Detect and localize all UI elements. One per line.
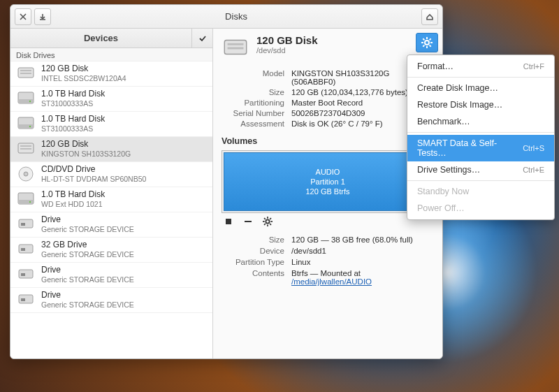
volume-options-button[interactable] [262, 216, 273, 227]
volumes-label: Volumes [222, 136, 434, 146]
menu-restore-disk-image[interactable]: Restore Disk Image… [407, 96, 554, 113]
volume-toolbar [222, 213, 434, 230]
sidebar-item[interactable]: 1.0 TB Hard DiskWD Ext HDD 1021 [10, 187, 212, 212]
menu-drive-settings[interactable]: Drive Settings… Ctrl+E [407, 161, 554, 178]
sidebar-item-title: 120 GB Disk [41, 64, 126, 74]
vol-device-label: Device [222, 247, 291, 255]
menu-create-disk-image[interactable]: Create Disk Image… [407, 80, 554, 96]
menu-separator [407, 180, 554, 181]
sidebar-item-title: Drive [41, 266, 134, 275]
sidebar-toggle-button[interactable] [191, 29, 212, 48]
ssd-icon [16, 139, 36, 159]
sidebar-item-title: 32 GB Drive [41, 240, 134, 250]
sidebar-item[interactable]: 1.0 TB Hard DiskST31000333AS [10, 87, 212, 112]
vol-contents-label: Contents [222, 269, 291, 286]
menu-separator [407, 132, 554, 133]
menu-separator [407, 77, 554, 78]
size-label: Size [222, 88, 291, 96]
volume-name: AUDIO [316, 167, 340, 177]
vol-size-label: Size [222, 235, 291, 244]
sidebar-item-title: Drive [41, 291, 134, 300]
disk-icon [222, 34, 249, 62]
svg-rect-26 [245, 221, 252, 222]
usb-icon [16, 215, 36, 234]
optical-icon [16, 164, 36, 184]
model-label: Model [222, 69, 291, 86]
unmount-button[interactable] [223, 216, 234, 227]
sidebar-item[interactable]: CD/DVD DriveHL-DT-ST DVDRAM SP60NB50 [10, 162, 212, 187]
sidebar-header: Devices [10, 29, 212, 48]
volume-properties: Size 120 GB — 38 GB free (68.0% full) De… [222, 235, 434, 286]
sidebar-item-subtitle: Generic STORAGE DEVICE [41, 275, 134, 284]
disks-window: Disks Devices Disk Drives 120 GB DiskINT… [10, 4, 443, 359]
app-menu-button[interactable] [34, 8, 51, 25]
menu-format[interactable]: Format… Ctrl+F [407, 58, 554, 75]
disk-title: 120 GB Disk [256, 34, 318, 46]
sidebar-item-subtitle: Generic STORAGE DEVICE [41, 300, 134, 309]
drive-options-button[interactable] [416, 33, 438, 52]
mount-point-link[interactable]: /media/jlwallen/AUDIO [291, 277, 372, 286]
sidebar-item[interactable]: DriveGeneric STORAGE DEVICE [10, 263, 212, 288]
sidebar-item-subtitle: WD Ext HDD 1021 [41, 200, 105, 208]
drive-options-menu: Format… Ctrl+F Create Disk Image… Restor… [407, 55, 555, 220]
disk-properties: Model KINGSTON SH103S3120G (506ABBF0) Si… [222, 69, 434, 128]
menu-benchmark[interactable]: Benchmark… [407, 113, 554, 130]
sidebar-item-subtitle: KINGSTON SH103S3120G [41, 150, 131, 158]
volume-partition[interactable]: AUDIO Partition 1 120 GB Btrfs [224, 152, 432, 211]
sidebar-list: 120 GB DiskINTEL SSDSC2BW120A41.0 TB Har… [10, 61, 212, 358]
sidebar-item-title: 1.0 TB Hard Disk [41, 89, 105, 99]
serial-label: Serial Number [222, 109, 291, 117]
partitioning-label: Partitioning [222, 99, 291, 107]
maximize-button[interactable] [421, 8, 438, 25]
menu-power-off[interactable]: Power Off… [407, 200, 554, 217]
assessment-label: Assessment [222, 119, 291, 128]
menu-smart-data[interactable]: SMART Data & Self-Tests… Ctrl+S [407, 135, 554, 161]
usb-icon [16, 240, 36, 259]
vol-pt-label: Partition Type [222, 258, 291, 266]
delete-partition-button[interactable] [242, 216, 254, 227]
ssd-icon [16, 64, 36, 83]
sidebar-item-subtitle: HL-DT-ST DVDRAM SP60NB50 [41, 175, 146, 183]
sidebar-item[interactable]: 32 GB DriveGeneric STORAGE DEVICE [10, 238, 212, 263]
volume-sub2: 120 GB Btrfs [306, 187, 350, 196]
vol-size-value: 120 GB — 38 GB free (68.0% full) [291, 235, 434, 244]
hdd-icon [16, 114, 36, 133]
sidebar-item-subtitle: ST31000333AS [41, 99, 105, 108]
devices-sidebar: Devices Disk Drives 120 GB DiskINTEL SSD… [10, 29, 213, 358]
menu-standby-now[interactable]: Standby Now [407, 183, 554, 200]
hdd-icon [16, 89, 36, 108]
sidebar-item[interactable]: 120 GB DiskKINGSTON SH103S3120G [10, 137, 212, 162]
sidebar-item[interactable]: DriveGeneric STORAGE DEVICE [10, 212, 212, 238]
window-title: Disks [54, 11, 419, 22]
sidebar-item[interactable]: 120 GB DiskINTEL SSDSC2BW120A4 [10, 61, 212, 87]
sidebar-item-subtitle: ST31000333AS [41, 124, 105, 133]
sidebar-item-title: 120 GB Disk [41, 140, 131, 150]
sidebar-header-label: Devices [10, 33, 191, 43]
vol-contents-value: Btrfs — Mounted at /media/jlwallen/AUDIO [291, 269, 434, 286]
sidebar-item-subtitle: Generic STORAGE DEVICE [41, 225, 134, 233]
sidebar-item-subtitle: INTEL SSDSC2BW120A4 [41, 74, 126, 82]
volume-sub1: Partition 1 [310, 177, 345, 187]
sidebar-item[interactable]: DriveGeneric STORAGE DEVICE [10, 288, 212, 313]
titlebar: Disks [10, 5, 442, 29]
vol-pt-value: Linux [291, 258, 434, 266]
vol-device-value: /dev/sdd1 [291, 247, 434, 255]
sidebar-item-title: Drive [41, 215, 134, 225]
sidebar-item-title: 1.0 TB Hard Disk [41, 115, 105, 124]
usb-icon [16, 290, 36, 310]
sidebar-item-subtitle: Generic STORAGE DEVICE [41, 250, 134, 259]
sidebar-category: Disk Drives [10, 48, 212, 61]
svg-rect-25 [226, 219, 231, 224]
hdd-icon [16, 189, 36, 209]
close-button[interactable] [15, 8, 31, 25]
volumes-map: AUDIO Partition 1 120 GB Btrfs [222, 150, 434, 213]
sidebar-item-title: CD/DVD Drive [41, 165, 146, 175]
sidebar-item-title: 1.0 TB Hard Disk [41, 190, 105, 200]
sidebar-item[interactable]: 1.0 TB Hard DiskST31000333AS [10, 112, 212, 137]
usb-icon [16, 265, 36, 284]
disk-device: /dev/sdd [256, 46, 318, 55]
